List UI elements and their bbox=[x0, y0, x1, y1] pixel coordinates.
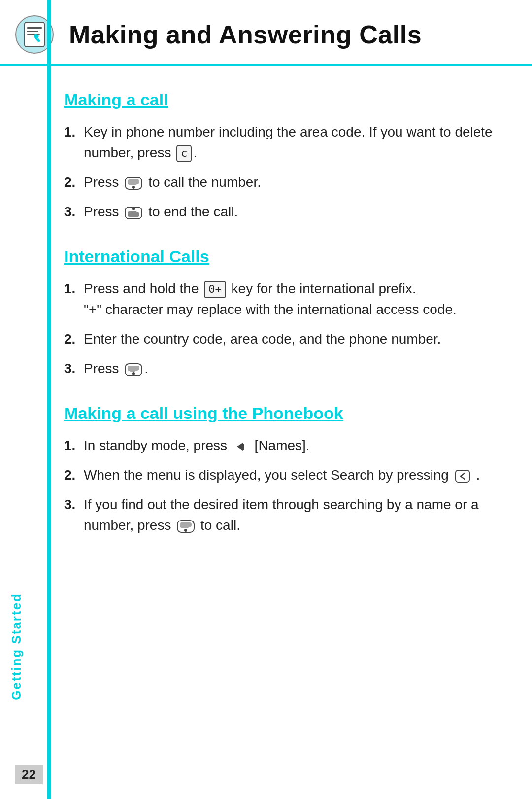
page-header: Making and Answering Calls bbox=[0, 0, 532, 66]
step-item: Press to end the call. bbox=[64, 202, 493, 222]
making-a-call-steps: Key in phone number including the area c… bbox=[64, 122, 493, 222]
svg-rect-3 bbox=[27, 31, 38, 32]
svg-rect-2 bbox=[27, 27, 42, 29]
step-item: When the menu is displayed, you select S… bbox=[64, 465, 493, 486]
left-accent-bar bbox=[47, 0, 51, 799]
names-button-icon bbox=[233, 440, 249, 453]
step-item: Enter the country code, area code, and t… bbox=[64, 329, 493, 349]
step-item: Key in phone number including the area c… bbox=[64, 122, 493, 163]
step-text: When the menu is displayed, you select S… bbox=[84, 465, 493, 486]
left-soft-key-icon bbox=[455, 469, 470, 483]
svg-rect-11 bbox=[243, 444, 244, 450]
step-text: Key in phone number including the area c… bbox=[84, 122, 493, 163]
section-heading-international-calls: International Calls bbox=[64, 247, 493, 266]
phonebook-steps: In standby mode, press [Names]. When the… bbox=[64, 435, 493, 536]
section-heading-making-a-call: Making a call bbox=[64, 90, 493, 109]
svg-point-8 bbox=[132, 208, 135, 210]
step-text: Enter the country code, area code, and t… bbox=[84, 329, 493, 349]
section-making-a-call: Making a call Key in phone number includ… bbox=[64, 90, 493, 222]
section-international-calls: International Calls Press and hold the 0… bbox=[64, 247, 493, 379]
section-phonebook: Making a call using the Phonebook In sta… bbox=[64, 404, 493, 536]
step-text: Press to end the call. bbox=[84, 202, 493, 222]
step-text: In standby mode, press [Names]. bbox=[84, 435, 493, 456]
zero-plus-key-icon: 0+ bbox=[204, 281, 226, 298]
c-key-icon: c bbox=[176, 145, 192, 162]
end-button-icon bbox=[125, 206, 142, 220]
step-item: Press and hold the 0+ key for the intern… bbox=[64, 278, 493, 320]
send-button-icon-2 bbox=[125, 363, 142, 377]
svg-point-10 bbox=[132, 372, 135, 375]
page-title: Making and Answering Calls bbox=[69, 20, 422, 49]
page-content: Making a call Key in phone number includ… bbox=[0, 66, 532, 585]
step-text: If you find out the desired item through… bbox=[84, 494, 493, 536]
svg-rect-12 bbox=[456, 470, 469, 482]
step-item: Press . bbox=[64, 358, 493, 379]
step-item: If you find out the desired item through… bbox=[64, 494, 493, 536]
international-calls-steps: Press and hold the 0+ key for the intern… bbox=[64, 278, 493, 379]
step-text: Press . bbox=[84, 358, 493, 379]
send-button-icon bbox=[125, 176, 142, 190]
step-text: Press and hold the 0+ key for the intern… bbox=[84, 278, 493, 320]
svg-point-6 bbox=[132, 186, 135, 189]
svg-point-14 bbox=[184, 529, 187, 532]
page-number: 22 bbox=[15, 765, 43, 784]
send-button-icon-3 bbox=[177, 520, 195, 533]
section-heading-phonebook: Making a call using the Phonebook bbox=[64, 404, 493, 423]
step-text: Press to call the number. bbox=[84, 172, 493, 193]
step-item: Press to call the number. bbox=[64, 172, 493, 193]
step-item: In standby mode, press [Names]. bbox=[64, 435, 493, 456]
sidebar-getting-started: Getting Started bbox=[9, 593, 24, 700]
